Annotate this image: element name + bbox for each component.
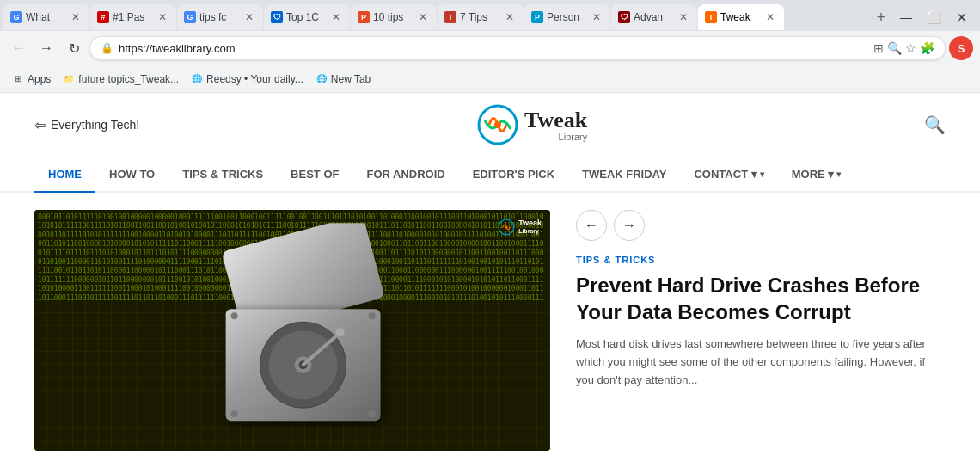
tab-label-6: 7 Tips — [460, 11, 499, 23]
tweak-watermark: Tweak Library — [498, 219, 542, 236]
article-excerpt: Most hard disk drives last somewhere bet… — [576, 335, 946, 389]
logo-brand: Tweak — [524, 108, 587, 132]
browser-tab-1[interactable]: G What ✕ — [3, 4, 89, 30]
tab-search-icon[interactable]: ⊞ — [873, 41, 884, 55]
article-category: TIPS & TRICKS — [576, 255, 946, 265]
main-content: 000 101 001 001 010 011 111 101 101 101 … — [0, 193, 980, 468]
tab-label-8: Advan — [634, 11, 673, 23]
tab-label-5: 10 tips — [373, 11, 413, 23]
reedsy-favicon: 🌐 — [191, 73, 203, 85]
tab-close-3[interactable]: ✕ — [242, 10, 256, 24]
tab-favicon-8: 🛡 — [618, 11, 630, 23]
article-title: Prevent Hard Drive Crashes Before Your D… — [576, 272, 946, 325]
nav-item-home[interactable]: HOME — [34, 157, 95, 193]
nav-item-tweak-friday[interactable]: TWEAK FRIDAY — [568, 157, 680, 191]
browser-tab-7[interactable]: P Person ✕ — [524, 4, 610, 30]
tab-favicon-4: 🛡 — [271, 11, 283, 23]
browser-tab-3[interactable]: G tips fc ✕ — [177, 4, 263, 30]
close-button[interactable]: ✕ — [949, 5, 973, 29]
tab-favicon-3: G — [184, 11, 196, 23]
extension-icon[interactable]: 🧩 — [920, 41, 934, 55]
share-button[interactable]: ⇦ Everything Tech! — [34, 117, 139, 133]
browser-tab-2[interactable]: # #1 Pas ✕ — [90, 4, 176, 30]
nav-item-how-to[interactable]: HOW TO — [95, 157, 168, 191]
site-logo: Tweak Library — [476, 103, 587, 146]
next-article-button[interactable]: → — [614, 210, 645, 241]
tab-label-9: Tweak — [720, 11, 760, 23]
svg-point-11 — [369, 312, 376, 319]
tab-favicon-5: P — [358, 11, 370, 23]
bookmark-new-tab[interactable]: 🌐 New Tab — [310, 71, 376, 87]
nav-item-editor-s-pick[interactable]: EDITOR'S PICK — [459, 157, 568, 191]
svg-point-1 — [494, 121, 501, 128]
forward-button[interactable]: → — [34, 36, 58, 60]
nav-item-contact[interactable]: CONTACT ▾ — [680, 157, 777, 191]
svg-point-12 — [231, 410, 238, 417]
svg-point-15 — [505, 225, 508, 228]
tab-close-5[interactable]: ✕ — [416, 10, 430, 24]
address-bar-row: ← → ↻ 🔒 https://tweaklibrary.com ⊞ 🔍 ☆ 🧩… — [0, 31, 980, 65]
logo-icon — [476, 103, 519, 146]
tab-close-4[interactable]: ✕ — [329, 10, 343, 24]
browser-tab-4[interactable]: 🛡 Top 1C ✕ — [264, 4, 350, 30]
nav-item-more[interactable]: MORE ▾ — [778, 157, 855, 191]
tab-close-1[interactable]: ✕ — [69, 10, 83, 24]
site-nav: HOMEHOW TOTIPS & TRICKSBEST OFFOR ANDROI… — [0, 157, 980, 193]
minimize-button[interactable]: — — [894, 5, 918, 29]
page-content: ⇦ Everything Tech! Tweak Library 🔍 HOMEH… — [0, 93, 980, 468]
tab-favicon-7: P — [531, 11, 543, 23]
tab-label-1: What — [26, 11, 65, 23]
tab-favicon-9: T — [705, 11, 717, 23]
article-sidebar: ← → TIPS & TRICKS Prevent Hard Drive Cra… — [576, 210, 946, 451]
browser-tab-5[interactable]: P 10 tips ✕ — [351, 4, 437, 30]
browser-tab-9[interactable]: T Tweak ✕ — [698, 4, 784, 30]
site-header: ⇦ Everything Tech! Tweak Library 🔍 — [0, 93, 980, 157]
tab-close-6[interactable]: ✕ — [503, 10, 517, 24]
maximize-button[interactable]: ⬜ — [922, 5, 946, 29]
refresh-button[interactable]: ↻ — [62, 36, 86, 60]
search-button[interactable]: 🔍 — [924, 114, 946, 135]
nav-arrows: ← → — [576, 210, 946, 241]
bookmark-apps[interactable]: ⊞ Apps — [7, 71, 56, 87]
bookmark-reedsy[interactable]: 🌐 Reedsy • Your daily... — [186, 71, 309, 87]
nav-item-best-of[interactable]: BEST OF — [277, 157, 352, 191]
tab-close-9[interactable]: ✕ — [763, 10, 777, 24]
back-button[interactable]: ← — [7, 36, 31, 60]
bookmark-future-topics[interactable]: 📁 future topics_Tweak... — [58, 71, 184, 87]
url-text: https://tweaklibrary.com — [119, 42, 868, 55]
nav-item-for-android[interactable]: FOR ANDROID — [352, 157, 458, 191]
svg-point-13 — [369, 410, 376, 417]
lock-icon: 🔒 — [101, 42, 113, 54]
profile-button[interactable]: S — [949, 36, 973, 60]
browser-controls: — ⬜ ✕ — [894, 5, 977, 29]
tab-favicon-6: T — [444, 11, 456, 23]
article-image: 000 101 001 001 010 011 111 101 101 101 … — [34, 210, 550, 451]
logo-sub: Library — [524, 132, 587, 142]
tab-label-3: tips fc — [199, 11, 239, 23]
browser-window: G What ✕ # #1 Pas ✕ G tips fc ✕ 🛡 Top 1C… — [0, 0, 980, 93]
tab-close-7[interactable]: ✕ — [590, 10, 603, 24]
address-bar[interactable]: 🔒 https://tweaklibrary.com ⊞ 🔍 ☆ 🧩 — [89, 36, 946, 60]
apps-grid-icon: ⊞ — [12, 73, 24, 85]
nav-item-tips---tricks[interactable]: TIPS & TRICKS — [168, 157, 277, 191]
share-icon: ⇦ — [34, 117, 46, 133]
new-tab-button[interactable]: + — [869, 5, 893, 29]
tab-label-2: #1 Pas — [113, 11, 152, 23]
tab-favicon-1: G — [10, 11, 22, 23]
browser-tab-6[interactable]: T 7 Tips ✕ — [438, 4, 524, 30]
tab-bar: G What ✕ # #1 Pas ✕ G tips fc ✕ 🛡 Top 1C… — [0, 0, 980, 31]
globe-icon: 🌐 — [315, 73, 328, 85]
tab-label-4: Top 1C — [286, 11, 326, 23]
folder-icon: 📁 — [63, 73, 75, 85]
search-icon[interactable]: 🔍 — [887, 41, 902, 55]
tab-favicon-2: # — [97, 11, 109, 23]
browser-tab-8[interactable]: 🛡 Advan ✕ — [611, 4, 697, 30]
svg-point-10 — [231, 312, 238, 319]
svg-point-9 — [336, 328, 345, 336]
hard-drive-illustration — [213, 223, 402, 429]
tab-close-8[interactable]: ✕ — [677, 10, 690, 24]
address-bar-icons: ⊞ 🔍 ☆ 🧩 — [873, 41, 934, 55]
bookmark-star-icon[interactable]: ☆ — [905, 41, 916, 55]
prev-article-button[interactable]: ← — [576, 210, 607, 241]
tab-close-2[interactable]: ✕ — [156, 10, 169, 24]
